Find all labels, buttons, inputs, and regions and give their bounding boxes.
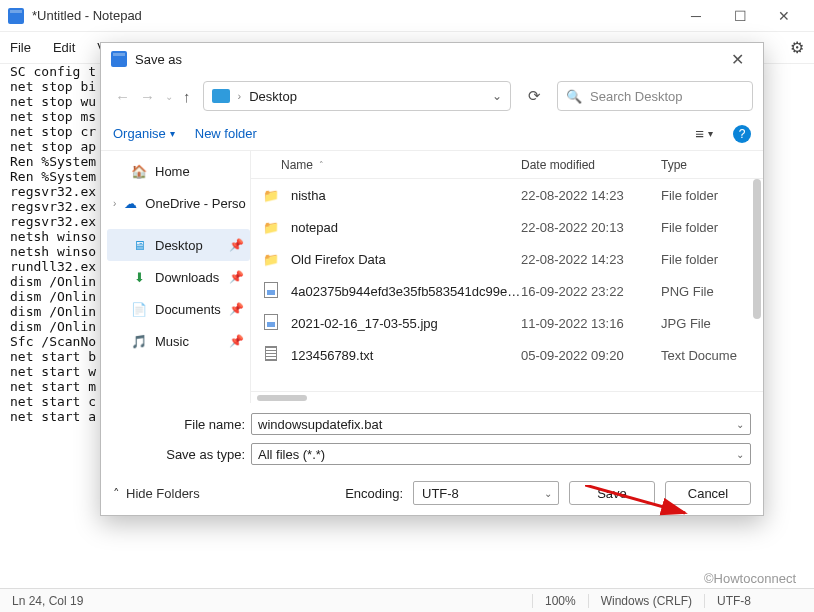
file-row[interactable]: 2021-02-16_17-03-55.jpg11-09-2022 13:16J… <box>261 307 763 339</box>
view-mode-button[interactable]: ≡ ▾ <box>695 125 713 142</box>
save-as-dialog: Save as ✕ ← → ⌄ ↑ › Desktop ⌄ ⟳ 🔍 Search… <box>100 42 764 516</box>
dialog-title: Save as <box>135 52 182 67</box>
file-list: Name ˄ Date modified Type 📁nistha22-08-2… <box>251 151 763 403</box>
sidebar-item-onedrive[interactable]: ›☁OneDrive - Perso <box>107 187 250 219</box>
chevron-right-icon: › <box>238 90 242 102</box>
encoding-label: Encoding: <box>345 486 403 501</box>
nav-forward-icon[interactable]: → <box>140 88 155 105</box>
sidebar-item-downloads[interactable]: ⬇Downloads📌 <box>107 261 250 293</box>
file-date: 05-09-2022 09:20 <box>521 348 661 363</box>
menu-file[interactable]: File <box>10 40 31 55</box>
pin-icon[interactable]: 📌 <box>229 334 244 348</box>
sort-asc-icon: ˄ <box>319 160 324 170</box>
file-row[interactable]: 📁Old Firefox Data22-08-2022 14:23File fo… <box>261 243 763 275</box>
gear-icon[interactable]: ⚙ <box>790 38 804 57</box>
dialog-toolbar: Organise ▾ New folder ≡ ▾ ? <box>101 117 763 151</box>
column-date[interactable]: Date modified <box>521 158 661 172</box>
statusbar: Ln 24, Col 19 100% Windows (CRLF) UTF-8 <box>0 588 814 612</box>
download-icon: ⬇ <box>131 270 147 285</box>
nav-recent-icon[interactable]: ⌄ <box>165 91 173 102</box>
column-type[interactable]: Type <box>661 158 751 172</box>
dialog-icon <box>111 51 127 67</box>
home-icon: 🏠 <box>131 164 147 179</box>
image-icon <box>261 314 281 333</box>
search-placeholder: Search Desktop <box>590 89 683 104</box>
chevron-right-icon[interactable]: › <box>113 198 116 209</box>
saveastype-select[interactable]: All files (*.*)⌄ <box>251 443 751 465</box>
file-date: 22-08-2022 14:23 <box>521 252 661 267</box>
close-button[interactable]: ✕ <box>762 2 806 30</box>
encoding-select[interactable]: UTF-8⌄ <box>413 481 559 505</box>
status-zoom: 100% <box>532 594 588 608</box>
breadcrumb[interactable]: › Desktop ⌄ <box>203 81 512 111</box>
cancel-button[interactable]: Cancel <box>665 481 751 505</box>
chevron-down-icon[interactable]: ⌄ <box>736 449 744 460</box>
nav-row: ← → ⌄ ↑ › Desktop ⌄ ⟳ 🔍 Search Desktop <box>101 75 763 117</box>
nav-up-icon[interactable]: ↑ <box>183 88 191 105</box>
status-caret: Ln 24, Col 19 <box>0 594 95 608</box>
file-name: 2021-02-16_17-03-55.jpg <box>291 316 521 331</box>
save-button[interactable]: Save <box>569 481 655 505</box>
status-encoding: UTF-8 <box>704 594 814 608</box>
pin-icon[interactable]: 📌 <box>229 302 244 316</box>
search-icon: 🔍 <box>566 89 582 104</box>
search-input[interactable]: 🔍 Search Desktop <box>557 81 753 111</box>
file-name: Old Firefox Data <box>291 252 521 267</box>
file-type: Text Docume <box>661 348 751 363</box>
file-type: PNG File <box>661 284 751 299</box>
breadcrumb-item[interactable]: Desktop <box>249 89 297 104</box>
pin-icon[interactable]: 📌 <box>229 270 244 284</box>
sidebar-item-documents[interactable]: 📄Documents📌 <box>107 293 250 325</box>
folder-icon: 📁 <box>261 252 281 267</box>
file-name: 4a02375b944efd3e35fb583541dc99e9.png <box>291 284 521 299</box>
cloud-icon: ☁ <box>124 196 137 211</box>
document-icon: 📄 <box>131 302 147 317</box>
file-row[interactable]: 123456789.txt05-09-2022 09:20Text Docume <box>261 339 763 371</box>
folder-icon: 📁 <box>261 220 281 235</box>
scrollbar-vertical[interactable] <box>753 179 761 319</box>
status-eol: Windows (CRLF) <box>588 594 704 608</box>
breadcrumb-dropdown-icon[interactable]: ⌄ <box>492 89 502 103</box>
file-row[interactable]: 4a02375b944efd3e35fb583541dc99e9.png16-0… <box>261 275 763 307</box>
file-type: JPG File <box>661 316 751 331</box>
watermark: ©Howtoconnect <box>704 571 796 586</box>
refresh-icon[interactable]: ⟳ <box>519 81 549 111</box>
column-name[interactable]: Name ˄ <box>281 158 521 172</box>
hide-folders-toggle[interactable]: ˄Hide Folders <box>113 486 200 501</box>
maximize-button[interactable]: ☐ <box>718 2 762 30</box>
chevron-down-icon[interactable]: ⌄ <box>544 488 552 499</box>
file-row[interactable]: 📁nistha22-08-2022 14:23File folder <box>261 179 763 211</box>
file-type: File folder <box>661 252 751 267</box>
text-file-icon <box>261 346 281 364</box>
chevron-down-icon[interactable]: ⌄ <box>736 419 744 430</box>
dialog-titlebar: Save as ✕ <box>101 43 763 75</box>
scrollbar-horizontal[interactable] <box>251 391 763 403</box>
minimize-button[interactable]: ─ <box>674 2 718 30</box>
file-date: 22-08-2022 20:13 <box>521 220 661 235</box>
sidebar-item-music[interactable]: 🎵Music📌 <box>107 325 250 357</box>
nav-back-icon[interactable]: ← <box>115 88 130 105</box>
file-list-header: Name ˄ Date modified Type <box>251 151 763 179</box>
dialog-bottom: File name: windowsupdatefix.bat⌄ Save as… <box>101 403 763 515</box>
filename-input[interactable]: windowsupdatefix.bat⌄ <box>251 413 751 435</box>
file-row[interactable]: 📁notepad22-08-2022 20:13File folder <box>261 211 763 243</box>
file-type: File folder <box>661 188 751 203</box>
notepad-titlebar: *Untitled - Notepad ─ ☐ ✕ <box>0 0 814 32</box>
file-date: 16-09-2022 23:22 <box>521 284 661 299</box>
sidebar-item-home[interactable]: 🏠Home <box>107 155 250 187</box>
pin-icon[interactable]: 📌 <box>229 238 244 252</box>
dialog-close-button[interactable]: ✕ <box>721 50 753 69</box>
file-name: notepad <box>291 220 521 235</box>
saveastype-label: Save as type: <box>113 447 245 462</box>
file-name: 123456789.txt <box>291 348 521 363</box>
menu-edit[interactable]: Edit <box>53 40 75 55</box>
desktop-icon <box>212 89 230 103</box>
sidebar-item-desktop[interactable]: 🖥Desktop📌 <box>107 229 250 261</box>
organise-menu[interactable]: Organise ▾ <box>113 126 175 141</box>
image-icon <box>261 282 281 301</box>
nav-sidebar: 🏠Home ›☁OneDrive - Perso 🖥Desktop📌 ⬇Down… <box>101 151 251 403</box>
file-date: 11-09-2022 13:16 <box>521 316 661 331</box>
music-icon: 🎵 <box>131 334 147 349</box>
new-folder-button[interactable]: New folder <box>195 126 257 141</box>
help-icon[interactable]: ? <box>733 125 751 143</box>
